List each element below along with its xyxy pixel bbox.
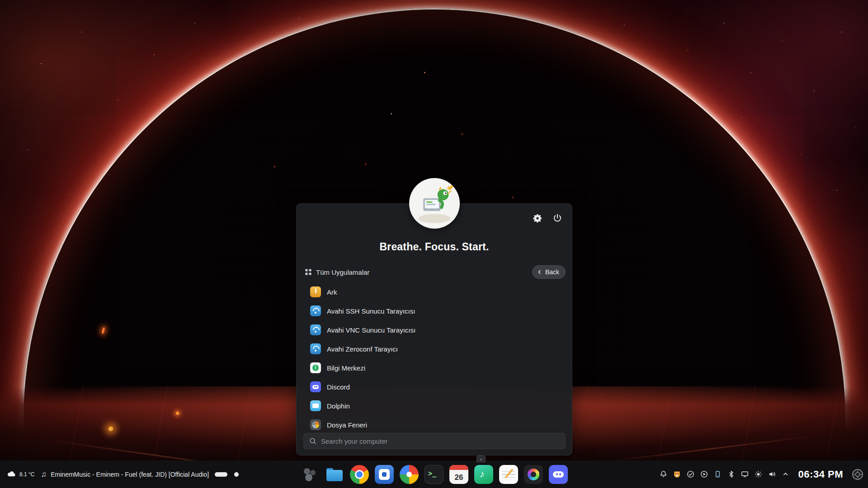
avahi-network-icon — [310, 324, 321, 335]
app-cluster-icon — [300, 465, 319, 484]
notes-icon — [499, 465, 518, 484]
embers-layer — [0, 0, 1, 1]
ground-streak — [602, 435, 818, 463]
greeting-text: Breathe. Focus. Start. — [297, 241, 572, 253]
app-label: Discord — [327, 383, 350, 391]
back-button[interactable]: Back — [532, 265, 566, 279]
app-label: Ark — [327, 288, 337, 296]
desktop: Breathe. Focus. Start. Tüm Uygulamalar B… — [0, 0, 868, 488]
dock-icon-file-manager[interactable] — [325, 465, 344, 484]
avahi-network-icon — [310, 305, 321, 316]
app-label: Avahi VNC Sunucu Tarayıcısı — [327, 326, 415, 334]
weather-temperature: 8.1 °C — [19, 471, 34, 478]
dock-icon-color-wheel[interactable] — [524, 465, 543, 484]
chrome-icon — [350, 465, 369, 484]
launcher-actions — [531, 212, 564, 225]
app-list-item-info-center[interactable]: Bilgi Merkezi — [297, 358, 572, 377]
info-center-icon — [310, 362, 321, 373]
dock-icon-calendar[interactable]: 26 — [449, 465, 468, 484]
all-apps-grid-icon — [305, 268, 312, 276]
search-icon — [309, 437, 317, 445]
dock-icon-music-app[interactable] — [474, 465, 493, 484]
media-progress-pill[interactable] — [215, 472, 227, 477]
lava-glow — [176, 412, 179, 415]
gear-ring-icon — [852, 469, 863, 480]
play-circle-icon[interactable] — [700, 470, 708, 479]
pinwheel-icon — [400, 465, 419, 484]
display-icon[interactable] — [741, 470, 749, 479]
discord-icon — [549, 465, 568, 484]
power-icon — [552, 213, 563, 224]
file-manager-icon — [310, 400, 321, 411]
music-note-icon: ♫ — [41, 470, 47, 478]
folder-icon — [325, 465, 344, 484]
notifications-bell-icon[interactable] — [659, 470, 668, 479]
dock-icon-discord[interactable] — [549, 465, 568, 484]
system-tray: 06:34 PM — [659, 460, 863, 488]
app-list-item-avahi-ssh[interactable]: Avahi SSH Sunucu Tarayıcısı — [297, 301, 572, 320]
cloud-icon — [6, 469, 17, 479]
terminal-icon — [425, 465, 443, 484]
panel-left-widgets: 8.1 °C ♫ EminemMusic - Eminem - Fuel (fe… — [6, 460, 239, 488]
chevron-left-icon — [537, 269, 543, 275]
filelight-icon — [310, 419, 321, 430]
lava-glow — [108, 427, 113, 431]
app-list-item-discord[interactable]: Discord — [297, 377, 572, 396]
section-header-row: Tüm Uygulamalar Back — [305, 265, 566, 279]
app-list-item-filelight[interactable]: Dosya Feneri — [297, 415, 572, 434]
media-player-widget[interactable]: ♫ EminemMusic - Eminem - Fuel (feat. JID… — [41, 470, 239, 478]
bottom-panel: 8.1 °C ♫ EminemMusic - Eminem - Fuel (fe… — [0, 460, 868, 488]
app-label: Bilgi Merkezi — [327, 364, 365, 372]
dock-icon-chrome[interactable] — [350, 465, 369, 484]
konqi-mascot-image — [409, 178, 460, 229]
volume-icon[interactable] — [768, 470, 776, 479]
bluetooth-icon[interactable] — [727, 470, 736, 479]
check-circle-icon[interactable] — [686, 470, 695, 479]
app-list-item-avahi-zeroconf[interactable]: Avahi Zeroconf Tarayıcı — [297, 339, 572, 358]
avahi-network-icon — [310, 343, 321, 354]
app-list-item-avahi-vnc[interactable]: Avahi VNC Sunucu Tarayıcısı — [297, 320, 572, 339]
calendar-icon: 26 — [449, 465, 468, 484]
media-title: EminemMusic - Eminem - Fuel (feat. JID) … — [51, 471, 209, 478]
search-input[interactable] — [321, 437, 560, 445]
digital-clock[interactable]: 06:34 PM — [798, 469, 843, 480]
app-label: Dolphin — [327, 402, 350, 410]
task-manager-dock: 26 — [300, 460, 568, 488]
panel-corner-button[interactable] — [852, 469, 863, 480]
back-button-label: Back — [545, 268, 559, 276]
dock-icon-app-cluster[interactable] — [300, 465, 319, 484]
app-list-item-ark[interactable]: Ark — [297, 282, 572, 301]
dock-icon-pinwheel-app[interactable] — [400, 465, 419, 484]
tray-expand-chevron-icon[interactable] — [781, 470, 790, 479]
launcher-search-bar — [303, 433, 566, 449]
app-label: Dosya Feneri — [327, 421, 367, 429]
audio-playing-badge — [476, 455, 486, 462]
device-phone-icon[interactable] — [713, 470, 722, 479]
weather-widget[interactable]: 8.1 °C — [6, 469, 34, 479]
app-label: Avahi Zeroconf Tarayıcı — [327, 345, 398, 353]
settings-button[interactable] — [531, 212, 544, 225]
media-progress-handle[interactable] — [234, 472, 239, 477]
gear-icon — [532, 213, 543, 224]
discord-icon — [310, 381, 321, 392]
calendar-day-number: 26 — [455, 471, 463, 484]
user-avatar[interactable] — [409, 178, 460, 229]
section-header: Tüm Uygulamalar — [305, 268, 369, 276]
blue-app-icon — [375, 465, 394, 484]
app-launcher-popup: Breathe. Focus. Start. Tüm Uygulamalar B… — [296, 203, 572, 455]
app-list: Ark Avahi SSH Sunucu Tarayıcısı Avahi VN… — [297, 282, 572, 434]
color-wheel-icon — [524, 465, 543, 484]
power-button[interactable] — [551, 212, 564, 225]
archive-icon — [310, 286, 321, 297]
dock-icon-terminal[interactable] — [425, 465, 443, 484]
music-app-icon — [474, 465, 493, 484]
dock-icon-blue-app[interactable] — [375, 465, 394, 484]
app-label: Avahi SSH Sunucu Tarayıcısı — [327, 307, 415, 315]
tray-app-orange-icon[interactable] — [673, 470, 681, 479]
dock-icon-notes[interactable] — [499, 465, 518, 484]
app-list-item-dolphin[interactable]: Dolphin — [297, 396, 572, 415]
section-title: Tüm Uygulamalar — [316, 268, 369, 276]
brightness-sun-icon[interactable] — [754, 470, 763, 479]
